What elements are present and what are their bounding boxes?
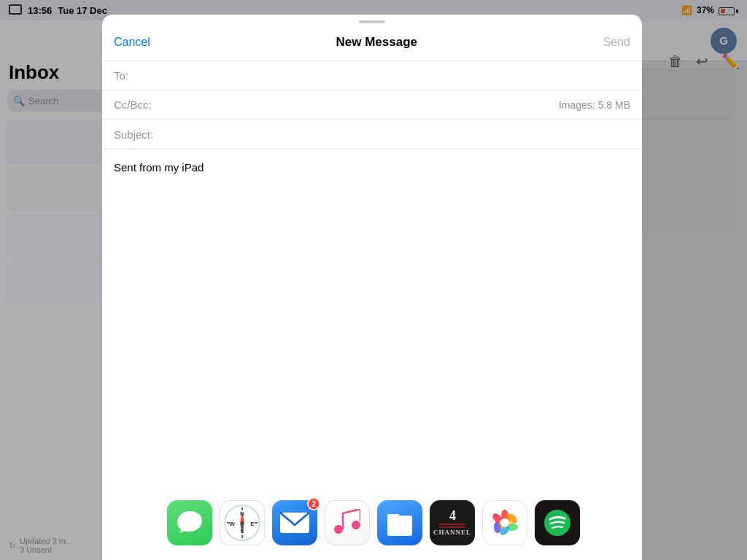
svg-text:S: S [240, 528, 244, 534]
dock-item-messages[interactable] [167, 500, 212, 545]
cancel-button[interactable]: Cancel [114, 36, 150, 49]
modal-header: Cancel New Message Send [102, 23, 642, 61]
send-button[interactable]: Send [603, 36, 630, 49]
mail-badge: 2 [307, 497, 320, 510]
ccbcc-label: Cc/Bcc: [114, 98, 163, 111]
svg-text:N: N [240, 510, 244, 517]
attachment-label: Images: 5.8 MB [559, 99, 630, 111]
subject-label: Subject: [114, 128, 163, 141]
dock-item-ch4[interactable]: 4 CHANNEL [430, 500, 475, 545]
dock-item-music[interactable] [325, 500, 370, 545]
svg-text:E: E [250, 521, 255, 527]
new-message-modal[interactable]: Cancel New Message Send To: Cc/Bcc: Imag… [102, 15, 642, 560]
modal-fields: To: Cc/Bcc: Images: 5.8 MB Subject: [102, 61, 642, 149]
svg-text:W: W [229, 521, 235, 527]
modal-title: New Message [336, 35, 417, 50]
dock-item-spotify[interactable] [535, 500, 580, 545]
dock-item-photos[interactable] [482, 500, 527, 545]
svg-point-24 [500, 518, 509, 527]
to-field-row[interactable]: To: [102, 61, 642, 90]
subject-field-row[interactable]: Subject: [102, 120, 642, 149]
to-label: To: [114, 69, 163, 82]
email-signature: Sent from my iPad [114, 161, 204, 174]
dock-item-safari[interactable]: N S W E [220, 500, 265, 545]
dock-item-files[interactable] [377, 500, 422, 545]
dock-item-mail[interactable]: 2 [272, 500, 317, 545]
svg-point-4 [241, 521, 244, 524]
ccbcc-field-row[interactable]: Cc/Bcc: Images: 5.8 MB [102, 90, 642, 120]
dock: N S W E 2 [157, 493, 590, 553]
